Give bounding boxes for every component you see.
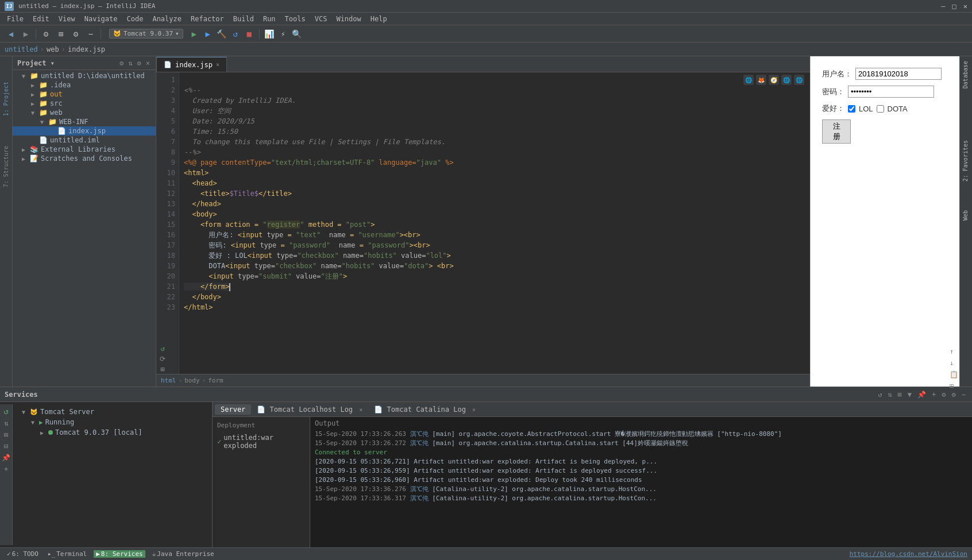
menu-navigate[interactable]: Navigate — [80, 13, 122, 25]
toolbar-gear-btn[interactable]: ⚙ — [70, 28, 82, 40]
status-url[interactable]: https://blog.csdn.net/AlvinSion — [850, 550, 967, 558]
lol-checkbox[interactable] — [848, 105, 855, 113]
menu-file[interactable]: File — [2, 13, 28, 25]
toolbar-structure-btn[interactable]: ⊞ — [55, 28, 67, 40]
svc-expand-icon[interactable]: ⇅ — [886, 390, 893, 399]
profiler-btn[interactable]: ⚡ — [277, 28, 290, 40]
browser-safari-icon[interactable]: 🧭 — [769, 75, 779, 85]
tab-server[interactable]: Server — [215, 404, 251, 415]
code-content[interactable]: <%-- Created by IntelliJ IDEA. User: 空间 … — [179, 72, 810, 374]
database-tab[interactable]: Database — [961, 59, 971, 91]
username-input[interactable] — [855, 68, 942, 80]
tab-catalina-close[interactable]: × — [472, 407, 476, 413]
tree-iml-label: untitled.iml — [50, 136, 100, 144]
tree-src-item[interactable]: ▶ 📁 src — [13, 99, 156, 108]
browser-ff-icon[interactable]: 🦊 — [756, 75, 766, 85]
svc-filter-icon[interactable]: ▼ — [906, 390, 913, 399]
run-debug-btn[interactable]: ▶ — [188, 28, 200, 40]
close-button[interactable]: ✕ — [963, 2, 967, 10]
tree-indexjsp-item[interactable]: 📄 index.jsp — [13, 126, 156, 136]
dota-checkbox[interactable] — [877, 105, 884, 113]
tomcat-selector[interactable]: 🐱 Tomcat 9.0.37 ▾ — [109, 29, 183, 38]
menu-run[interactable]: Run — [259, 13, 280, 25]
nav-untitled[interactable]: untitled — [5, 45, 38, 53]
svc-add-icon[interactable]: + — [930, 390, 938, 399]
browser-edge-icon[interactable]: 🌐 — [794, 75, 804, 85]
tab-catalina-log[interactable]: 📄 Tomcat Catalina Log × — [368, 404, 481, 415]
tab-localhost-close[interactable]: × — [359, 407, 362, 413]
tree-gear-icon[interactable]: ⚙ — [118, 59, 125, 68]
svc-tomcat-server-item[interactable]: ▼ 🐱 Tomcat Server — [13, 407, 212, 417]
svc-gear2-icon[interactable]: ⚙ — [950, 390, 958, 399]
tree-scratches-item[interactable]: ▶ 📝 Scratches and Consoles — [13, 154, 156, 163]
browser-chrome-icon[interactable]: 🌐 — [743, 75, 754, 85]
svc-refresh-icon[interactable]: ↺ — [876, 390, 884, 399]
menu-code[interactable]: Code — [122, 13, 148, 25]
status-services[interactable]: ▶ 8: Services — [94, 550, 145, 558]
menu-vcs[interactable]: VCS — [310, 13, 332, 25]
nav-file[interactable]: index.jsp — [68, 45, 105, 53]
bc-body[interactable]: body — [184, 377, 200, 384]
nav-web[interactable]: web — [47, 45, 59, 53]
search-everywhere-btn[interactable]: 🔍 — [291, 28, 303, 40]
svc-group-icon[interactable]: ⊞ — [896, 390, 904, 399]
run-btn[interactable]: ▶ — [202, 28, 214, 40]
submit-button[interactable]: 注册 — [822, 119, 851, 144]
svc-left-expand-icon[interactable]: ⇅ — [4, 419, 8, 427]
tab-localhost-log[interactable]: 📄 Tomcat Localhost Log × — [251, 404, 368, 415]
menu-help[interactable]: Help — [366, 13, 392, 25]
tree-extlib-item[interactable]: ▶ 📚 External Libraries — [13, 145, 156, 154]
code-editor[interactable]: 12345 678910 1112131415 1617181920 21222… — [156, 72, 810, 374]
tree-close-icon[interactable]: × — [145, 59, 151, 68]
tab-label: index.jsp — [175, 61, 213, 69]
svc-pin-icon[interactable]: 📌 — [916, 390, 928, 399]
svc-left-refresh-icon[interactable]: ↺ — [3, 407, 8, 416]
status-java-enterprise[interactable]: ☕ Java Enterprise — [150, 550, 217, 558]
update-btn[interactable]: ↺ — [229, 28, 242, 40]
stop-btn[interactable]: ■ — [243, 28, 256, 40]
toolbar-back-btn[interactable]: ◀ — [5, 28, 17, 40]
svc-settings-icon[interactable]: ⚙ — [940, 390, 947, 399]
tree-root-item[interactable]: ▼ 📁 untitled D:\idea\untitled — [13, 71, 156, 80]
bc-html[interactable]: html — [161, 377, 176, 384]
svc-left-pin-icon[interactable]: 📌 — [2, 454, 10, 462]
svc-running-item[interactable]: ▼ ▶ Running — [13, 417, 212, 427]
tab-close-icon[interactable]: × — [216, 61, 219, 68]
svc-tomcat-local-item[interactable]: ▶ Tomcat 9.0.37 [local] — [13, 427, 212, 438]
favorites-tab[interactable]: 2: Favorites — [961, 138, 971, 184]
status-todo[interactable]: ✓ 6: TODO — [5, 550, 41, 558]
panel-tab-1-project[interactable]: 1: Project — [2, 79, 10, 118]
svc-left-group-icon[interactable]: ⊞ — [4, 431, 8, 439]
minimize-button[interactable]: — — [941, 2, 945, 10]
svc-left-add-icon[interactable]: + — [4, 465, 8, 473]
password-input[interactable] — [848, 86, 934, 98]
tree-iml-item[interactable]: 📄 untitled.iml — [13, 136, 156, 145]
menu-build[interactable]: Build — [229, 13, 259, 25]
menu-window[interactable]: Window — [331, 13, 365, 25]
toolbar-fwd-btn[interactable]: ▶ — [20, 28, 32, 40]
editor-tab-indexjsp[interactable]: 📄 index.jsp × — [156, 57, 227, 72]
tree-expand-icon[interactable]: ⇅ — [127, 59, 133, 68]
tree-out-item[interactable]: ▶ 📁 out — [13, 90, 156, 99]
status-terminal[interactable]: ▸_ Terminal — [45, 550, 89, 558]
panel-tab-7-structure[interactable]: 7: Structure — [2, 144, 10, 190]
toolbar-settings-btn[interactable]: ⚙ — [40, 28, 52, 40]
menu-edit[interactable]: Edit — [28, 13, 54, 25]
menu-view[interactable]: View — [54, 13, 80, 25]
toolbar-minus-btn[interactable]: − — [84, 28, 97, 40]
tree-web-item[interactable]: ▼ 📁 web — [13, 108, 156, 117]
browser-ie-icon[interactable]: 🌐 — [781, 75, 792, 85]
tree-webinf-item[interactable]: ▼ 📁 WEB-INF — [13, 117, 156, 126]
web-tab[interactable]: Web — [961, 208, 971, 223]
tree-settings-icon[interactable]: ⚙ — [136, 59, 142, 68]
menu-tools[interactable]: Tools — [280, 13, 310, 25]
tree-idea-item[interactable]: ▶ 📁 .idea — [13, 80, 156, 90]
menu-refactor[interactable]: Refactor — [186, 13, 229, 25]
bc-form[interactable]: form — [208, 377, 223, 384]
build-btn[interactable]: 🔨 — [215, 28, 228, 40]
menu-analyze[interactable]: Analyze — [148, 13, 186, 25]
maximize-button[interactable]: □ — [952, 2, 956, 10]
svc-left-filter-icon[interactable]: ⊟ — [4, 442, 8, 450]
svc-minus-icon[interactable]: − — [960, 390, 967, 399]
coverage-btn[interactable]: 📊 — [263, 28, 276, 40]
